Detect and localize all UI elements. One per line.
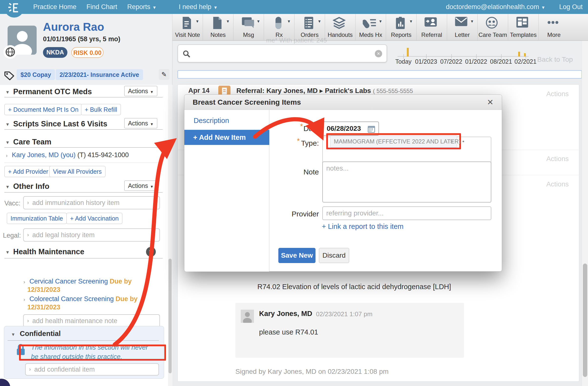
provider-input[interactable]: referring provider...	[322, 206, 491, 220]
collapse-caret-icon[interactable]: ▼	[5, 250, 10, 255]
toolbar-templates[interactable]: Templates	[508, 14, 539, 41]
toolbar-notes[interactable]: ▼ Notes	[203, 14, 233, 41]
date-input[interactable]: 06/28/2023	[322, 121, 379, 136]
chevron-down-icon: ▼	[287, 19, 291, 24]
chevron-right-icon[interactable]: ›	[23, 296, 25, 302]
nav-account[interactable]: doctordemo@elationhealth.com▼	[446, 0, 545, 14]
add-vaccination-button[interactable]: + Add Vaccination	[66, 213, 122, 224]
collapse-caret-icon[interactable]: ▼	[5, 122, 10, 127]
collapse-caret-icon[interactable]: ▼	[5, 140, 10, 145]
toolbar-handouts[interactable]: Handouts	[325, 14, 356, 41]
toolbar-more[interactable]: More	[539, 14, 569, 41]
type-selected-chip[interactable]: MAMMOGRAM (EFFECTIVE 2022 AND LATER) • ×	[330, 136, 457, 147]
chevron-right-icon: ›	[29, 366, 31, 373]
modal-header: Breast Cancer Screening Items ✕	[184, 95, 502, 110]
scripts-actions-button[interactable]: Actions▼	[124, 118, 157, 128]
care-team-phone: (T) 415-942-1000	[77, 151, 129, 159]
tab-add-new-item[interactable]: + Add New Item	[184, 130, 269, 145]
signed-by-line: Signed by Kary Jones, MD on 02/23/2021 1…	[235, 368, 388, 375]
collapse-caret-icon[interactable]: ▼	[5, 184, 10, 190]
section-care-team: ▼ Care Team	[4, 137, 163, 147]
referral-title[interactable]: Referral: Kary Jones, MD ▸ Patrick's Lab…	[236, 87, 413, 95]
timeline-012023[interactable]: 01/2023	[415, 58, 437, 65]
legal-history-input[interactable]: ›add legal history item	[23, 228, 160, 242]
nav-logout[interactable]: Log Out	[559, 0, 583, 14]
risk-badge[interactable]: RISK 0.00	[71, 47, 104, 58]
save-new-button[interactable]: Save New	[278, 248, 315, 263]
confidential-item-input[interactable]: ›add confidential item	[25, 363, 159, 375]
nav-practice-home[interactable]: Practice Home	[33, 0, 76, 14]
close-icon[interactable]: ✕	[487, 97, 494, 107]
toolbar-letter[interactable]: ▼ Letter	[447, 14, 478, 41]
chevron-down-icon: ▼	[213, 5, 218, 10]
sidebar-scrollbar-thumb[interactable]	[168, 259, 172, 373]
referral-icon	[424, 16, 437, 28]
timeline-event-marker[interactable]	[407, 48, 409, 57]
hm-cervical-link[interactable]: Cervical Cancer Screening	[30, 278, 108, 285]
help-icon[interactable]: ?	[146, 247, 156, 257]
timeline-022021[interactable]: 02/2021	[514, 58, 536, 65]
toolbar-visit-note[interactable]: ▼ Visit Note	[172, 14, 203, 41]
nav-reports[interactable]: Reports▼	[127, 0, 157, 14]
message-icon	[241, 16, 254, 29]
timeline-today[interactable]: Today	[395, 58, 412, 65]
sidebar-scrollbar[interactable]	[168, 85, 172, 386]
collapse-caret-icon[interactable]: ▼	[5, 90, 10, 95]
chevron-right-icon[interactable]: ›	[23, 279, 25, 285]
actions-link[interactable]: Actions	[520, 180, 569, 188]
toolbar-reports[interactable]: ▼ Reports	[386, 14, 417, 41]
actions-link[interactable]: Actions	[520, 155, 569, 163]
toolbar-referral[interactable]: Referral	[417, 14, 447, 41]
main-scrollbar-thumb[interactable]	[583, 264, 587, 377]
nav-find-chart[interactable]: Find Chart	[86, 0, 117, 14]
nav-help[interactable]: I need help▼	[179, 0, 218, 14]
timeline-012022[interactable]: 01/2022	[465, 58, 487, 65]
patient-header: Aurora Rao 01/01/1965 (58 yrs, 5 mo) NKD…	[0, 14, 172, 85]
tag-insurance[interactable]: 2/23/2021- Insurance Active	[56, 69, 143, 80]
note-textarea[interactable]: notes...	[322, 161, 491, 203]
timeline-event-marker[interactable]	[518, 52, 520, 57]
link-report-link[interactable]: + Link a report to this item	[322, 223, 403, 231]
immunization-table-button[interactable]: Immunization Table	[7, 213, 67, 224]
bulk-refill-button[interactable]: + Bulk Refill	[81, 104, 121, 115]
care-team-member-link[interactable]: Kary Jones, MD (you)	[12, 151, 76, 159]
hm-colorectal-due-date: 12/31/2023	[27, 304, 60, 311]
actions-link[interactable]: Actions	[520, 90, 569, 98]
timeline-072022[interactable]: 07/2022	[440, 58, 462, 65]
toolbar-care-team[interactable]: Care Team	[478, 14, 508, 41]
comment-author[interactable]: Kary Jones, MD	[259, 310, 312, 318]
discard-button[interactable]: Discard	[319, 248, 349, 263]
immunization-history-input[interactable]: ›add immunization history item	[23, 196, 160, 209]
document-med-button[interactable]: + Document Med Pt Is On	[4, 104, 82, 115]
chevron-right-icon[interactable]: ›	[6, 153, 8, 158]
notes-icon	[211, 16, 223, 30]
back-to-top-link[interactable]: Back to Top	[537, 56, 573, 63]
chevron-down-icon: ▼	[378, 19, 382, 24]
tag-copay[interactable]: $20 Copay	[17, 69, 55, 80]
tag-icon	[4, 71, 15, 80]
chart-search-box[interactable]: ×	[178, 44, 387, 62]
chevron-down-icon: ▼	[470, 19, 474, 24]
timeline-event-marker[interactable]	[524, 53, 526, 57]
edit-tags-button[interactable]: ✎	[159, 69, 169, 80]
add-provider-button[interactable]: + Add Provider	[4, 166, 52, 177]
calendar-icon[interactable]	[367, 125, 376, 133]
allergy-badge[interactable]: NKDA	[43, 47, 67, 58]
confidential-panel: ▼ Confidential The information in this s…	[4, 326, 164, 379]
main-scrollbar[interactable]	[582, 41, 588, 386]
view-all-providers-button[interactable]: View All Providers	[49, 166, 105, 177]
toolbar-meds-hx[interactable]: ▼ Meds Hx	[356, 14, 386, 41]
otc-actions-button[interactable]: Actions▼	[124, 86, 157, 96]
legal-label: Legal:	[3, 232, 21, 239]
toolbar-msg[interactable]: ▼ Msg	[233, 14, 264, 41]
globe-icon[interactable]	[3, 45, 17, 59]
tab-description[interactable]: Description	[194, 117, 229, 125]
remove-type-icon[interactable]: ×	[450, 136, 453, 147]
hm-colorectal-link[interactable]: Colorectal Cancer Screening	[30, 295, 114, 303]
patient-name[interactable]: Aurora Rao	[43, 20, 104, 33]
other-info-actions-button[interactable]: Actions▼	[124, 181, 157, 191]
collapse-caret-icon[interactable]: ▼	[11, 332, 15, 337]
timeline-082021[interactable]: 08/2021	[490, 58, 512, 65]
clear-search-icon[interactable]: ×	[375, 50, 382, 57]
health-maintenance-note-input[interactable]: ›add health maintenance note	[23, 314, 160, 328]
